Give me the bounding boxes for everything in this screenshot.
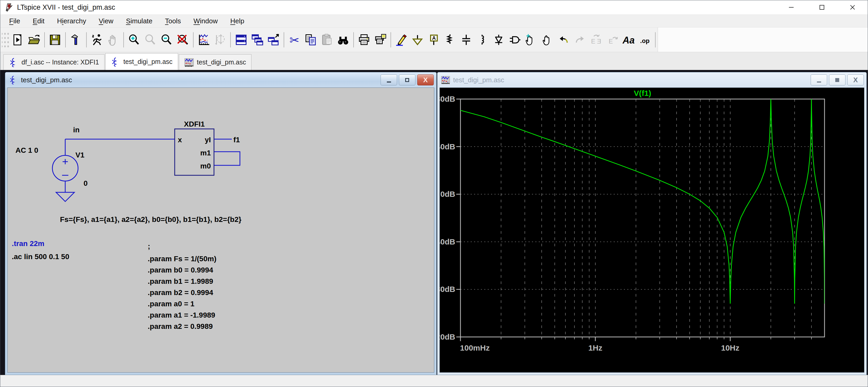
inductor-icon[interactable] (474, 31, 491, 49)
toolbar-separator (230, 32, 231, 48)
text-icon[interactable]: Aa (620, 31, 637, 49)
net-label-icon[interactable]: A (426, 31, 442, 49)
plot-window-titlebar[interactable]: test_digi_pm.asc X (437, 72, 866, 88)
trace-legend-v(f1)[interactable]: V(f1) (634, 89, 651, 97)
draw-wire-icon[interactable] (393, 31, 409, 49)
spice-directive-right-6: .param a1 = -1.9989 (148, 311, 215, 319)
minimize-button[interactable] (776, 0, 806, 14)
menu-view[interactable]: View (92, 16, 120, 27)
y-tick-label: -40dB (440, 237, 455, 246)
spice-directive-right-5: .param a0 = 1 (148, 300, 194, 308)
tab-test-digi-pm-asc-2[interactable]: test_digi_pm.asc (179, 54, 252, 70)
schematic-window-titlebar[interactable]: test_digi_pm.asc X (5, 72, 436, 88)
toolbar-separator (123, 32, 124, 48)
waveform-icon (441, 76, 450, 84)
zoom-out-icon[interactable] (158, 31, 175, 49)
y-tick-label: 40dB (440, 142, 455, 151)
save-icon[interactable] (47, 31, 63, 49)
component-icon[interactable] (507, 31, 523, 49)
ltspice-logo-icon (4, 3, 13, 12)
tab-df-i-asc-instance-xdfi1-0[interactable]: df_i.asc -- Instance: XDFI1 (3, 54, 104, 70)
toolbar-separator (44, 32, 45, 48)
block-instance-label: XDFI1 (184, 120, 205, 128)
menu-window[interactable]: Window (187, 16, 224, 27)
zoom-back-icon (142, 31, 158, 49)
mirror-icon: E Ǝ (588, 31, 604, 49)
print-preview-icon[interactable] (372, 31, 389, 49)
svg-text:E Ǝ: E Ǝ (591, 37, 601, 44)
run-icon[interactable] (89, 31, 105, 49)
schematic-icon (9, 58, 18, 67)
pin-m1-label: m1 (200, 149, 211, 157)
cascade-windows-icon[interactable] (249, 31, 265, 49)
status-bar (0, 375, 868, 387)
maximize-button[interactable] (806, 0, 837, 14)
x-tick-label: 1Hz (588, 344, 602, 352)
open-file-icon[interactable] (26, 31, 42, 49)
spice-directive-left-0: .tran 22m (12, 239, 44, 248)
schematic-icon (111, 57, 120, 66)
child-close-button[interactable]: X (847, 75, 864, 85)
spice-directive-right-3: .param b1 = 1.9989 (148, 277, 213, 285)
y-tick-label: -80dB (440, 285, 455, 294)
zoom-in-icon[interactable] (126, 31, 142, 49)
spice-directive-left-1: .ac lin 500 0.1 50 (12, 252, 69, 261)
child-minimize-button[interactable] (380, 75, 397, 85)
child-close-button[interactable]: X (417, 75, 434, 85)
zoom-full-extents-icon[interactable] (175, 31, 191, 49)
schematic-icon (9, 76, 18, 84)
halt-icon (105, 31, 121, 49)
tile-windows-icon[interactable] (233, 31, 249, 49)
resistor-icon[interactable] (442, 31, 458, 49)
ground-symbol-icon[interactable] (409, 31, 426, 49)
rotate-icon: E (604, 31, 620, 49)
capacitor-icon[interactable] (458, 31, 474, 49)
window-title: LTspice XVII - test_digi_pm.asc (17, 3, 115, 11)
autorange-plot-icon[interactable] (196, 31, 212, 49)
svg-text:E: E (609, 37, 613, 44)
cut-icon[interactable]: ✂ (286, 31, 303, 49)
main-titlebar[interactable]: LTspice XVII - test_digi_pm.asc (0, 0, 868, 15)
trace-V(f1)[interactable] (461, 99, 825, 304)
undo-icon[interactable] (556, 31, 572, 49)
schematic-canvas[interactable]: XDFI1 x yI m1 m0 in f1 AC 1 0 V1 0 Fs={F… (7, 88, 434, 373)
redo-icon (572, 31, 588, 49)
plot-settings-icon (212, 31, 228, 49)
move-icon[interactable] (523, 31, 539, 49)
find-icon[interactable] (335, 31, 351, 49)
toolbar-separator (65, 32, 66, 48)
child-minimize-button[interactable] (811, 75, 827, 85)
menu-simulate[interactable]: Simulate (120, 16, 159, 27)
tab-test-digi-pm-asc-1[interactable]: test_digi_pm.asc (105, 53, 178, 70)
source-value-label: AC 1 0 (16, 146, 38, 154)
menu-tools[interactable]: Tools (159, 16, 187, 27)
menu-hierarchy[interactable]: Hierarchy (51, 16, 92, 27)
toolbar-drag-handle[interactable] (2, 31, 10, 49)
y-tick-label: 80dB (440, 95, 455, 103)
print-icon[interactable] (356, 31, 372, 49)
menu-edit[interactable]: Edit (27, 16, 51, 27)
ltspice-main-window: LTspice XVII - test_digi_pm.asc FileEdit… (0, 0, 868, 387)
menu-bar: FileEditHierarchyViewSimulateToolsWindow… (0, 15, 868, 28)
close-button[interactable] (837, 0, 868, 14)
toolbar-separator (655, 32, 656, 48)
control-panel-hammer-icon[interactable] (68, 31, 84, 49)
waveform-plot-area[interactable]: 80dB40dB0dB-40dB-80dB-120dB100mHz1Hz10Hz… (439, 88, 864, 373)
menu-help[interactable]: Help (224, 16, 250, 27)
spice-directive-right-7: .param a2 = 0.9989 (148, 322, 213, 330)
arrange-windows-icon[interactable] (265, 31, 282, 49)
spice-directive-right-2: .param b0 = 0.9994 (148, 266, 213, 274)
child-restore-button[interactable] (829, 75, 845, 85)
x-tick-label: 10Hz (721, 344, 739, 352)
copy-icon[interactable] (303, 31, 319, 49)
x-tick-label: 100mHz (460, 344, 490, 352)
plot-window-title: test_digi_pm.asc (453, 76, 504, 84)
mdi-workspace: test_digi_pm.asc X (0, 70, 868, 375)
pin-x-label: x (178, 136, 182, 144)
new-schematic-icon[interactable] (10, 31, 26, 49)
drag-icon[interactable] (539, 31, 556, 49)
child-restore-button[interactable] (399, 75, 415, 85)
menu-file[interactable]: File (3, 16, 27, 27)
spice-directive-icon[interactable]: .op (637, 31, 653, 49)
diode-icon[interactable] (491, 31, 507, 49)
